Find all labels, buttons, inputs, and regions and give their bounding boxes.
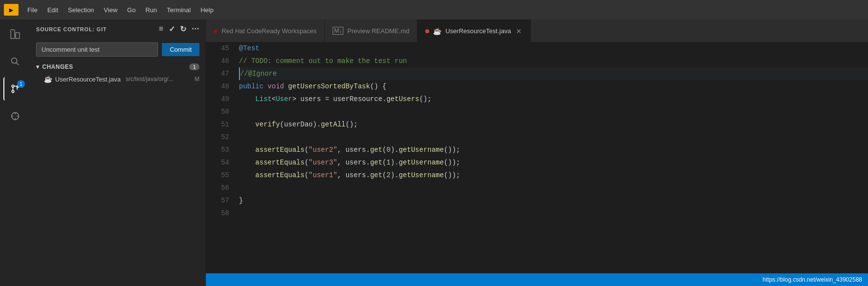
code-line-48: public void getUsersSortedByTask () {: [239, 80, 868, 93]
code-line-57: }: [239, 194, 868, 207]
menu-help[interactable]: Help: [197, 4, 217, 16]
menubar-items: File Edit Selection View Go Run Terminal…: [23, 4, 217, 16]
tab-modified-dot: [425, 29, 429, 33]
tab-close-icon[interactable]: ✕: [515, 27, 523, 35]
tab-redhat-label: Red Hat CodeReady Workspaces: [221, 27, 316, 35]
code-editor[interactable]: 45 46 47 48 49 50 51 52 53 54 55 56 57 5…: [206, 42, 868, 273]
sidebar-header-icons: ≡ ✓ ↻ ···: [158, 24, 199, 34]
source-control-badge: 1: [17, 80, 25, 88]
menubar-arrow-icon[interactable]: ▶: [4, 4, 19, 16]
svg-rect-1: [16, 33, 20, 39]
comment-ignore: //@Ignore: [240, 67, 277, 80]
code-line-51: verify (userDao). getAll ();: [239, 118, 868, 131]
code-line-49: List < User > users = userResource. getU…: [239, 93, 868, 105]
tab-bar: ● Red Hat CodeReady Workspaces M↓ Previe…: [206, 20, 868, 42]
menu-go[interactable]: Go: [123, 4, 139, 16]
editor-area: ● Red Hat CodeReady Workspaces M↓ Previe…: [206, 20, 868, 286]
comment-todo: // TODO: comment out to make the test ru…: [239, 55, 407, 67]
redhat-icon: ●: [214, 27, 217, 35]
file-path: src/test/java/org/...: [125, 76, 173, 82]
changed-file-item[interactable]: ☕ UserResourceTest.java src/test/java/or…: [30, 73, 205, 85]
commit-message-input[interactable]: [36, 42, 158, 57]
code-line-50: [239, 105, 868, 118]
changes-label: CHANGES: [42, 63, 74, 70]
code-line-47: //@Ignore: [239, 67, 868, 80]
code-line-56: [239, 182, 868, 194]
more-actions-icon[interactable]: ···: [192, 24, 199, 34]
svg-point-6: [12, 90, 14, 93]
menu-terminal[interactable]: Terminal: [163, 4, 195, 16]
commit-check-icon[interactable]: ✓: [169, 24, 176, 34]
code-line-52: [239, 131, 868, 143]
line-numbers: 45 46 47 48 49 50 51 52 53 54 55 56 57 5…: [206, 42, 235, 273]
commit-button[interactable]: Commit: [162, 43, 199, 56]
menu-edit[interactable]: Edit: [43, 4, 62, 16]
sidebar-header: SOURCE CONTROL: GIT ≡ ✓ ↻ ···: [30, 20, 205, 39]
md-icon: M↓: [333, 27, 343, 35]
code-content[interactable]: @Test // TODO: comment out to make the t…: [235, 42, 868, 273]
sidebar: SOURCE CONTROL: GIT ≡ ✓ ↻ ··· Commit ▾ C…: [30, 20, 206, 286]
changes-header[interactable]: ▾ CHANGES 1: [30, 61, 205, 73]
changes-count-badge: 1: [189, 63, 199, 70]
code-line-53: assertEquals ( "user2" , users. get ( 0 …: [239, 143, 868, 156]
java-tab-icon: ☕: [433, 27, 441, 35]
source-control-activity-icon[interactable]: 1: [3, 77, 27, 101]
tab-userresource-label: UserResourceTest.java: [445, 27, 511, 35]
file-status: M: [195, 76, 199, 82]
changes-section: ▾ CHANGES 1 ☕ UserResourceTest.java src/…: [30, 61, 205, 286]
extensions-activity-icon[interactable]: [3, 104, 27, 128]
svg-point-4: [12, 85, 14, 87]
menu-view[interactable]: View: [100, 4, 121, 16]
tab-userresource[interactable]: ☕ UserResourceTest.java ✕: [417, 20, 531, 42]
stage-all-icon[interactable]: ≡: [158, 24, 163, 34]
menubar: ▶ File Edit Selection View Go Run Termin…: [0, 0, 868, 20]
tab-readme[interactable]: M↓ Preview README.md: [325, 20, 417, 42]
refresh-icon[interactable]: ↻: [180, 24, 187, 34]
menu-run[interactable]: Run: [141, 4, 161, 16]
tab-redhat[interactable]: ● Red Hat CodeReady Workspaces: [206, 20, 325, 42]
svg-rect-0: [11, 30, 15, 39]
commit-area: Commit: [30, 39, 205, 61]
explorer-activity-icon[interactable]: [3, 22, 27, 46]
java-file-icon: ☕: [44, 75, 52, 83]
status-url: https://blog.csdn.net/weixin_43902588: [763, 276, 862, 283]
changes-chevron-icon: ▾: [36, 63, 39, 70]
status-bar: https://blog.csdn.net/weixin_43902588: [206, 273, 868, 286]
source-control-title: SOURCE CONTROL: GIT: [36, 26, 107, 32]
menu-selection[interactable]: Selection: [64, 4, 98, 16]
code-line-54: assertEquals ( "user3" , users. get ( 1 …: [239, 156, 868, 169]
code-line-55: assertEquals ( "user1" , users. get ( 2 …: [239, 169, 868, 182]
code-line-58: [239, 207, 868, 220]
main-area: 1 SOURCE CONTROL: GIT ≡ ✓ ↻ ···: [0, 20, 868, 286]
svg-point-2: [12, 58, 17, 63]
code-line-46: // TODO: comment out to make the test ru…: [239, 55, 868, 67]
tab-readme-label: Preview README.md: [347, 27, 409, 35]
file-name: UserResourceTest.java: [55, 76, 120, 83]
menu-file[interactable]: File: [23, 4, 41, 16]
svg-line-3: [16, 62, 19, 65]
activity-bar: 1: [0, 20, 30, 286]
search-activity-icon[interactable]: [3, 50, 27, 73]
annotation-test: @Test: [239, 42, 259, 55]
code-line-45: @Test: [239, 42, 868, 55]
